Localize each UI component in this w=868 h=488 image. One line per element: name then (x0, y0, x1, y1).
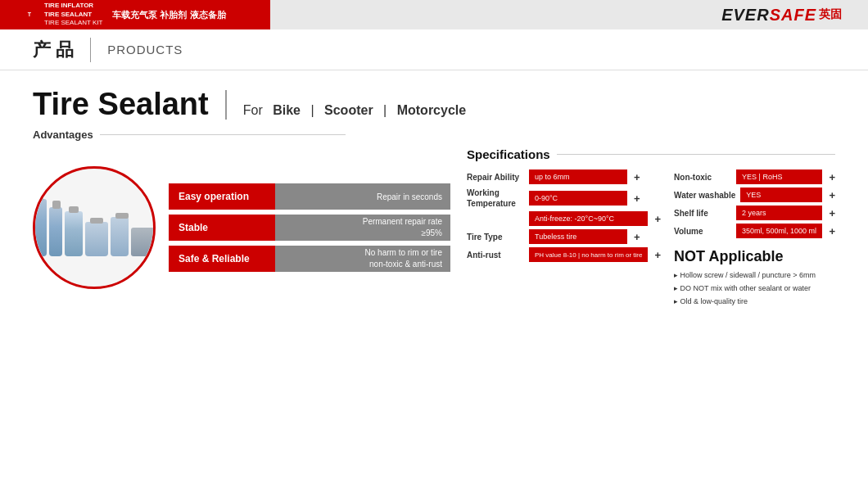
product-title: Tire Sealant (33, 87, 209, 122)
adv-desc-0: Repair in seconds (275, 183, 450, 210)
specs-col: Specifications Repair Ability up to 6mm … (467, 147, 835, 309)
spec-row-temp-inner: WorkingTemperature 0-90°C + (467, 188, 661, 209)
spec-plus-antifreeze[interactable]: + (654, 213, 661, 225)
bottle-5 (111, 217, 129, 256)
spec-label-water-washable: Water washable (674, 190, 735, 201)
not-applicable-item-2: Old & low-quality tire (674, 295, 835, 308)
adv-label-0: Easy operation (169, 183, 275, 210)
logo-ever: EVERSAFE (721, 6, 816, 25)
nav-chinese[interactable]: 产 品 (33, 38, 74, 62)
spec-antifreeze-row: Anti-freeze: -20°C~90°C + (467, 211, 661, 226)
spec-value-antifreeze: Anti-freeze: -20°C~90°C (529, 211, 648, 226)
adv-label-2: Safe & Reliable (169, 246, 275, 272)
advantage-bars: Easy operation Repair in seconds Stable … (169, 183, 450, 272)
not-applicable-item-0: Hollow screw / sidewall / puncture > 6mm (674, 269, 835, 282)
spec-row-repair-ability: Repair Ability up to 6mm + (467, 169, 661, 184)
product-image (33, 166, 156, 289)
spec-plus-shelf-life[interactable]: + (829, 207, 835, 219)
adv-desc-1: Permanent repair rate≥95% (275, 215, 450, 241)
spec-value-working-temp: 0-90°C (529, 191, 627, 206)
spec-plus-tire-type[interactable]: + (634, 231, 640, 243)
subtitle-sep2: | (383, 103, 387, 117)
spec-plus-non-toxic[interactable]: + (829, 171, 835, 183)
spec-plus-repair-ability[interactable]: + (634, 171, 640, 183)
bottle-1 (33, 199, 47, 256)
spec-plus-working-temp[interactable]: + (634, 192, 640, 205)
header: T TIRE INFLATOR TIRE SEALANT TIRE SEALAN… (0, 0, 868, 29)
title-area: Tire Sealant For Bike | Scooter | Motorc… (33, 87, 835, 122)
adv-desc-2: No harm to rim or tirenon-toxic & anti-r… (275, 246, 450, 272)
spec-plus-water-washable[interactable]: + (829, 189, 835, 201)
header-red: T TIRE INFLATOR TIRE SEALANT TIRE SEALAN… (8, 0, 270, 29)
header-gray: EVERSAFE 英固 (270, 0, 855, 29)
spec-label-repair-ability: Repair Ability (467, 172, 524, 183)
spec-plus-volume[interactable]: + (829, 225, 835, 237)
spec-row-tire-type: Tire Type Tubeless tire + (467, 229, 661, 244)
header-line1: TIRE INFLATOR TIRE SEALANT TIRE SEALANT … (44, 2, 102, 27)
spec-value-repair-ability: up to 6mm (529, 169, 627, 184)
spec-row-non-toxic: Non-toxic YES | RoHS + (674, 169, 835, 184)
not-applicable-item-1: DO NOT mix with other sealant or water (674, 282, 835, 295)
spec-label-volume: Volume (674, 226, 731, 237)
product-subtitle: For Bike | Scooter | Motorcycle (240, 103, 469, 118)
spec-row-anti-rust: Anti-rust PH value 8-10 | no harm to rim… (467, 247, 661, 262)
spec-label-non-toxic: Non-toxic (674, 172, 731, 183)
advantages-label: Advantages (33, 129, 835, 141)
specs-left: Repair Ability up to 6mm + WorkingTemper… (467, 169, 661, 309)
bottle-6 (131, 228, 156, 256)
not-applicable-title: NOT Applicable (674, 248, 835, 265)
subtitle-for: For (243, 103, 263, 117)
title-divider (225, 90, 227, 120)
eversafe-logo: EVERSAFE 英固 (721, 6, 842, 25)
header-chinese: 车载充气泵 补胎剂 液态备胎 (112, 9, 225, 21)
header-left: TIRE INFLATOR TIRE SEALANT TIRE SEALANT … (44, 2, 102, 27)
nav-english: PRODUCTS (107, 43, 183, 56)
bottle-4 (85, 222, 108, 256)
adv-row-1: Stable Permanent repair rate≥95% (169, 215, 450, 241)
logo-cn: 英固 (819, 7, 842, 22)
bottle-container (33, 191, 156, 264)
spec-value-non-toxic: YES | RoHS (736, 169, 822, 184)
bottle-3 (65, 211, 83, 256)
subtitle-bike: Bike (273, 103, 301, 117)
adv-row-0: Easy operation Repair in seconds (169, 183, 450, 210)
spec-label-shelf-life: Shelf life (674, 208, 731, 219)
specs-grid: Repair Ability up to 6mm + WorkingTemper… (467, 169, 835, 309)
spec-plus-anti-rust[interactable]: + (654, 249, 661, 261)
specs-title: Specifications (467, 147, 835, 161)
spec-row-volume: Volume 350ml, 500ml, 1000 ml + (674, 224, 835, 238)
specs-right: Non-toxic YES | RoHS + Water washable YE… (674, 169, 835, 309)
spec-label-anti-rust: Anti-rust (467, 250, 524, 260)
spec-row-water-washable: Water washable YES + (674, 188, 835, 202)
spec-value-anti-rust: PH value 8-10 | no harm to rim or tire (529, 247, 648, 262)
adv-row-2: Safe & Reliable No harm to rim or tireno… (169, 246, 450, 272)
spec-value-water-washable: YES (740, 188, 822, 202)
advantages-col: Easy operation Repair in seconds Stable … (33, 147, 450, 309)
subtitle-sep1: | (310, 103, 314, 117)
subtitle-scooter: Scooter (324, 103, 373, 117)
subtitle-motorcycle: Motorcycle (397, 103, 466, 117)
nav-bar: 产 品 PRODUCTS (0, 29, 868, 70)
not-applicable: NOT Applicable Hollow screw / sidewall /… (674, 248, 835, 309)
nav-divider (90, 38, 91, 62)
spec-value-shelf-life: 2 years (736, 206, 822, 220)
bottle-2 (49, 207, 62, 256)
spec-value-volume: 350ml, 500ml, 1000 ml (736, 224, 822, 238)
spec-label-tire-type: Tire Type (467, 232, 524, 242)
adv-label-1: Stable (169, 215, 275, 241)
spec-row-shelf-life: Shelf life 2 years + (674, 206, 835, 220)
spec-value-tire-type: Tubeless tire (529, 229, 627, 244)
spec-row-working-temp: WorkingTemperature 0-90°C + Anti-freeze:… (467, 188, 661, 226)
spec-label-working-temp: WorkingTemperature (467, 188, 524, 209)
brand-icon: T (18, 7, 41, 23)
main-content: Tire Sealant For Bike | Scooter | Motorc… (0, 70, 868, 317)
content-area: Easy operation Repair in seconds Stable … (33, 147, 835, 309)
brand-icon-text: T (28, 11, 31, 18)
not-applicable-list: Hollow screw / sidewall / puncture > 6mm… (674, 269, 835, 309)
